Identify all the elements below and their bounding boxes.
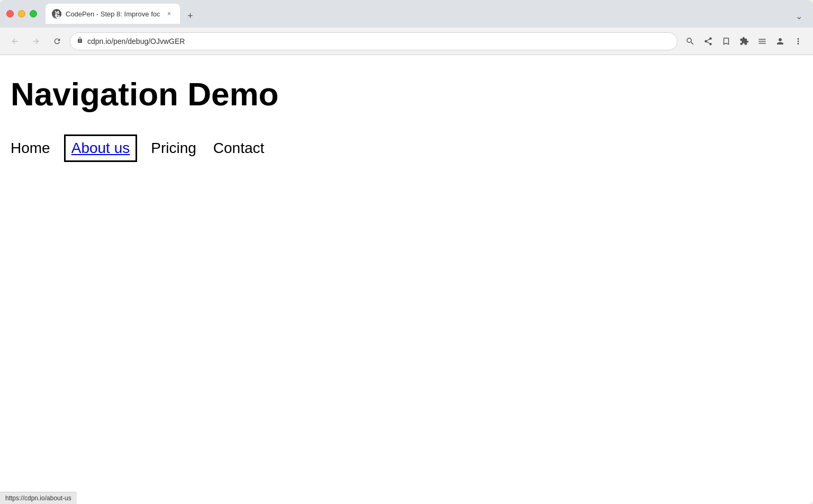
- nav-link-pricing[interactable]: Pricing: [151, 140, 196, 157]
- page-content: Navigation Demo Home About us Pricing Co…: [0, 55, 813, 504]
- tab-bar: CodePen - Step 8: Improve foc × + ⌄: [46, 4, 807, 24]
- menu-button[interactable]: [790, 33, 807, 50]
- url-text: cdpn.io/pen/debug/OJvwGER: [87, 37, 185, 46]
- forward-button[interactable]: [28, 33, 44, 50]
- reload-icon: [53, 37, 61, 46]
- back-icon: [11, 37, 19, 46]
- lock-icon: [77, 37, 83, 45]
- active-tab[interactable]: CodePen - Step 8: Improve foc ×: [46, 4, 180, 24]
- search-button[interactable]: [682, 33, 699, 50]
- bookmark-icon: [721, 37, 731, 46]
- address-bar[interactable]: cdpn.io/pen/debug/OJvwGER: [70, 32, 678, 50]
- traffic-lights: [6, 10, 37, 17]
- sidebar-icon: [757, 37, 767, 46]
- back-button[interactable]: [6, 33, 23, 50]
- status-url: https://cdpn.io/about-us: [5, 494, 71, 502]
- share-button[interactable]: [700, 33, 717, 50]
- codepen-icon: [52, 9, 61, 19]
- tab-close-button[interactable]: ×: [164, 9, 174, 19]
- extensions-icon: [739, 37, 749, 46]
- new-tab-button[interactable]: +: [182, 8, 198, 24]
- sidebar-toggle-button[interactable]: [754, 33, 771, 50]
- extensions-button[interactable]: [736, 33, 753, 50]
- more-icon: [793, 37, 803, 46]
- nav-link-home[interactable]: Home: [11, 140, 50, 157]
- minimize-button[interactable]: [18, 10, 25, 17]
- nav-link-about[interactable]: About us: [67, 138, 134, 159]
- forward-icon: [32, 37, 40, 46]
- share-icon: [703, 37, 713, 46]
- browser-window: CodePen - Step 8: Improve foc × + ⌄ cdpn…: [0, 0, 813, 504]
- nav-actions: [682, 33, 807, 50]
- tab-title: CodePen - Step 8: Improve foc: [66, 10, 160, 18]
- main-navigation: Home About us Pricing Contact: [11, 138, 802, 159]
- bookmark-button[interactable]: [718, 33, 735, 50]
- nav-links-container: Home About us Pricing Contact: [11, 138, 802, 159]
- account-icon: [775, 37, 785, 46]
- search-icon: [685, 37, 695, 46]
- account-button[interactable]: [772, 33, 789, 50]
- navigation-bar: cdpn.io/pen/debug/OJvwGER: [0, 28, 813, 55]
- title-bar: CodePen - Step 8: Improve foc × + ⌄: [0, 0, 813, 28]
- reload-button[interactable]: [49, 33, 66, 50]
- close-button[interactable]: [6, 10, 14, 17]
- maximize-button[interactable]: [30, 10, 37, 17]
- nav-link-contact[interactable]: Contact: [213, 140, 265, 157]
- status-bar: https://cdpn.io/about-us: [0, 492, 77, 504]
- tab-expand-button[interactable]: ⌄: [791, 8, 807, 24]
- page-title: Navigation Demo: [11, 76, 802, 112]
